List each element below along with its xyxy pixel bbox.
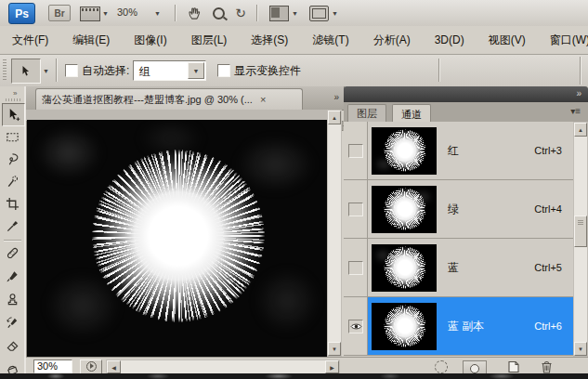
channel-thumbnail[interactable] — [372, 186, 437, 233]
eraser-tool[interactable] — [2, 335, 23, 357]
photoshop-window: Ps Br ▼ 30% ▼ ↻ ▼ ▼ 文件(F) 编辑(E) 图像(I) 图层… — [0, 0, 588, 379]
move-tool-preset-button[interactable] — [11, 59, 41, 84]
menu-analysis[interactable]: 分析(A) — [361, 33, 423, 48]
view-extras-icon[interactable] — [80, 7, 100, 21]
visibility-toggle[interactable] — [348, 203, 363, 216]
menu-image[interactable]: 图像(I) — [122, 33, 178, 48]
view-extras-caret-icon[interactable]: ▼ — [102, 10, 109, 17]
auto-select-dropdown-caret-icon[interactable]: ▼ — [188, 62, 204, 79]
channel-shortcut: Ctrl+5 — [534, 262, 562, 273]
scroll-up-icon[interactable]: ▲ — [328, 111, 341, 124]
channel-shortcut: Ctrl+3 — [534, 145, 562, 156]
visibility-cell[interactable] — [344, 297, 368, 355]
zoom-tool-icon[interactable] — [210, 5, 227, 21]
toolbox-grip[interactable] — [6, 98, 20, 101]
document-close-icon[interactable]: × — [260, 94, 266, 105]
channel-name: 蓝 副本 — [448, 319, 484, 334]
history-brush-tool[interactable] — [2, 312, 23, 333]
menu-select[interactable]: 选择(S) — [239, 33, 300, 48]
visibility-cell[interactable] — [344, 122, 368, 179]
scroll-up-icon[interactable]: ▲ — [574, 123, 587, 137]
rectangular-marquee-tool[interactable] — [2, 126, 23, 148]
document-horizontal-scrollbar[interactable]: ◀ ▶ — [106, 359, 340, 374]
auto-select-dropdown[interactable]: 组 ▼ — [133, 60, 206, 81]
menu-edit[interactable]: 编辑(E) — [60, 33, 122, 48]
show-transform-controls-checkbox[interactable] — [217, 64, 230, 77]
document-tab-bar: 蒲公英通道抠图教程---楚盟博客.jpg @ 30% (... × » — [26, 86, 344, 111]
visibility-toggle[interactable] — [348, 320, 363, 333]
panel-menu-icon[interactable]: ▾≡ — [570, 106, 581, 116]
options-separator — [56, 59, 57, 82]
scroll-left-icon[interactable]: ◀ — [107, 360, 121, 373]
tool-options-bar: ▼ 自动选择: 组 ▼ 显示变换控件 — [0, 55, 588, 87]
menu-filter[interactable]: 滤镜(T) — [300, 33, 360, 48]
options-bar-end — [580, 57, 581, 85]
show-transform-controls-label: 显示变换控件 — [234, 63, 301, 79]
eye-icon — [350, 322, 362, 331]
tab-layers[interactable]: 图层 — [347, 104, 386, 123]
scroll-down-icon[interactable]: ▼ — [328, 342, 341, 356]
tab-channels[interactable]: 通道 — [392, 104, 431, 124]
menu-window[interactable]: 窗口(W) — [538, 33, 588, 48]
channel-thumbnail[interactable] — [372, 303, 437, 350]
panel-vertical-scrollbar[interactable]: ▲ ▼ — [573, 122, 588, 357]
application-bar: Ps Br ▼ 30% ▼ ↻ ▼ ▼ — [0, 0, 588, 27]
document-vertical-scrollbar[interactable]: ▲ ▼ — [327, 110, 342, 357]
clone-stamp-tool[interactable] — [2, 289, 23, 310]
menu-file[interactable]: 文件(F) — [0, 33, 60, 48]
lasso-tool[interactable] — [2, 149, 23, 170]
spot-healing-brush-tool[interactable] — [2, 242, 23, 264]
toolbox-collapse-icon[interactable]: » — [13, 89, 16, 98]
document-tab[interactable]: 蒲公英通道抠图教程---楚盟博客.jpg @ 30% (... × — [35, 88, 303, 110]
auto-select-checkbox[interactable] — [65, 64, 78, 77]
menu-layer[interactable]: 图层(L) — [179, 33, 240, 48]
options-bar-grip[interactable] — [3, 59, 7, 81]
menu-3d[interactable]: 3D(D) — [423, 33, 477, 46]
channel-shortcut: Ctrl+4 — [534, 203, 562, 215]
visibility-cell[interactable] — [344, 180, 368, 238]
move-tool[interactable] — [2, 103, 25, 126]
scroll-down-icon[interactable]: ▼ — [574, 342, 587, 356]
bottom-window-strip — [0, 373, 588, 379]
arrange-documents-caret-icon[interactable]: ▼ — [292, 10, 298, 17]
visibility-cell[interactable] — [344, 239, 368, 296]
tab-overflow-icon[interactable]: » — [333, 92, 338, 102]
canvas-image[interactable] — [27, 120, 327, 357]
screen-mode-icon[interactable] — [309, 6, 329, 21]
visibility-toggle[interactable] — [348, 144, 363, 158]
menu-view[interactable]: 视图(V) — [477, 33, 538, 48]
channel-name: 绿 — [448, 202, 459, 217]
scrollbar-thumb[interactable] — [574, 216, 587, 247]
foliage-blob — [255, 268, 320, 333]
dock-collapse-icon[interactable]: » — [576, 88, 581, 98]
dandelion-subject — [92, 150, 265, 322]
quick-selection-tool[interactable] — [2, 171, 23, 192]
load-channel-as-selection-icon[interactable] — [435, 360, 448, 373]
foliage-blob — [36, 127, 101, 178]
hand-tool-icon[interactable] — [186, 5, 203, 21]
screen-mode-caret-icon[interactable]: ▼ — [332, 10, 338, 17]
channel-row-red[interactable]: 红 Ctrl+3 — [344, 122, 573, 180]
zoom-level-caret-icon[interactable]: ▼ — [154, 10, 161, 17]
arrange-documents-icon[interactable] — [269, 6, 289, 21]
visibility-toggle[interactable] — [348, 261, 363, 275]
zoom-level-display[interactable]: 30% — [117, 7, 137, 18]
photoshop-logo: Ps — [8, 3, 35, 24]
channel-shortcut: Ctrl+6 — [534, 320, 562, 332]
channel-row-blue-copy[interactable]: 蓝 副本 Ctrl+6 — [344, 297, 573, 356]
options-separator — [438, 59, 439, 82]
crop-tool[interactable] — [2, 193, 23, 215]
panel-tab-bar: 图层 通道 ▾≡ — [344, 102, 588, 123]
tool-preset-caret-icon[interactable]: ▼ — [43, 68, 49, 74]
channel-row-green[interactable]: 绿 Ctrl+4 — [344, 180, 573, 239]
rotate-view-icon[interactable]: ↻ — [232, 5, 249, 21]
channel-thumbnail[interactable] — [372, 244, 437, 292]
launch-bridge-button[interactable]: Br — [48, 5, 71, 21]
status-zoom-input[interactable]: 30% — [33, 359, 72, 373]
brush-tool[interactable] — [2, 266, 23, 287]
scroll-right-icon[interactable]: ▶ — [325, 360, 339, 373]
channel-row-blue[interactable]: 蓝 Ctrl+5 — [344, 239, 573, 297]
channel-thumbnail[interactable] — [372, 127, 437, 175]
appbar-separator — [256, 5, 257, 21]
eyedropper-tool[interactable] — [2, 216, 23, 237]
